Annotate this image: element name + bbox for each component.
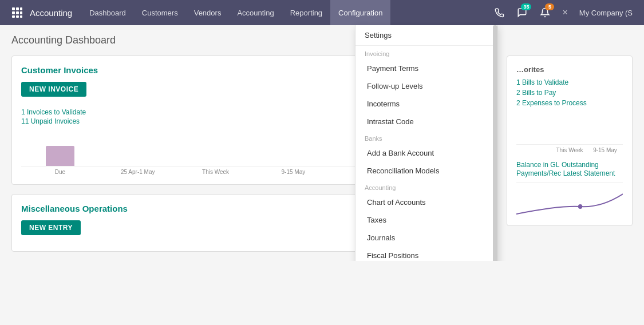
new-entry-button[interactable]: NEW ENTRY [21, 220, 81, 235]
main-layout: Customer Invoices NEW INVOICE 1 Invoices… [11, 56, 633, 252]
dropdown-add-bank-account[interactable]: Add a Bank Account [355, 144, 497, 162]
dropdown-fiscal-positions[interactable]: Fiscal Positions [355, 247, 497, 261]
right-label-915: 9-15 May [587, 147, 623, 153]
bills-to-validate-link[interactable]: 1 Bills to Validate [516, 78, 623, 86]
latest-statement-link[interactable]: Latest Statement [563, 169, 615, 177]
chart-col-due [21, 146, 99, 166]
right-chart-labels: This Week 9-15 May [516, 147, 623, 153]
svg-rect-2 [20, 7, 22, 10]
dropdown-incoterms[interactable]: Incoterms [355, 95, 497, 113]
label-915: 9-15 May [254, 169, 332, 175]
balance-gl-link[interactable]: Balance in GL [516, 161, 559, 169]
nav-accounting[interactable]: Accounting [229, 0, 282, 25]
label-thisweek: This Week [177, 169, 255, 175]
page-title: Accounting Dashboard [11, 34, 633, 46]
svg-rect-0 [12, 7, 15, 10]
phone-icon-btn[interactable] [489, 2, 509, 23]
scrollbar-thumb[interactable] [493, 25, 497, 261]
nav-dashboard[interactable]: Dashboard [81, 0, 134, 25]
dropdown-chart-of-accounts[interactable]: Chart of Accounts [355, 193, 497, 211]
svg-rect-1 [16, 7, 19, 10]
right-col: …orites 1 Bills to Validate 2 Bills to P… [507, 56, 633, 252]
company-name: My Company (S [575, 9, 637, 17]
svg-rect-6 [12, 15, 15, 18]
label-apr: 25 Apr-1 May [99, 169, 177, 175]
scrollbar-track [493, 25, 497, 261]
nav-right: 35 5 × My Company (S [489, 2, 637, 23]
chat-badge: 35 [521, 3, 531, 10]
label-due: Due [21, 169, 99, 175]
svg-rect-8 [20, 15, 22, 18]
dropdown-section-banks: Banks [355, 130, 497, 144]
nav-configuration[interactable]: Configuration [330, 0, 390, 25]
chat-icon-btn[interactable]: 35 [512, 2, 532, 23]
right-bottom-links: Balance in GL Outstanding Payments/Rec L… [516, 160, 623, 177]
dropdown-settings[interactable]: Settings [355, 25, 497, 46]
nav-customers[interactable]: Customers [134, 0, 186, 25]
svg-rect-3 [12, 11, 15, 14]
app-title: Accounting [27, 8, 81, 18]
right-chart-area: This Week 9-15 May [516, 116, 623, 153]
svg-rect-7 [16, 15, 19, 18]
nav-reporting[interactable]: Reporting [282, 0, 330, 25]
right-label-thisweek: This Week [552, 147, 587, 153]
chart-bar-due [46, 146, 74, 166]
bell-icon-btn[interactable]: 5 [535, 2, 555, 23]
page-content: Accounting Dashboard Customer Invoices N… [0, 25, 644, 261]
dropdown-section-accounting: Accounting [355, 180, 497, 193]
new-invoice-button[interactable]: NEW INVOICE [21, 82, 86, 97]
expenses-to-process-link[interactable]: 2 Expenses to Process [516, 99, 623, 107]
dropdown-section-invoicing: Invoicing [355, 46, 497, 60]
dropdown-journals[interactable]: Journals [355, 229, 497, 247]
right-panel-title: …orites [516, 65, 623, 74]
svg-point-9 [578, 204, 582, 209]
right-panel: …orites 1 Bills to Validate 2 Bills to P… [507, 56, 633, 226]
svg-rect-4 [16, 11, 19, 14]
dropdown-intrastat-code[interactable]: Intrastat Code [355, 113, 497, 130]
dropdown-payment-terms[interactable]: Payment Terms [355, 60, 497, 77]
nav-vendors[interactable]: Vendors [186, 0, 230, 25]
svg-rect-5 [20, 11, 22, 14]
dropdown-taxes[interactable]: Taxes [355, 211, 497, 229]
line-chart-area [516, 182, 623, 216]
bills-to-pay-link[interactable]: 2 Bills to Pay [516, 89, 623, 97]
dropdown-reconciliation-models[interactable]: Reconciliation Models [355, 162, 497, 180]
top-nav: Accounting Dashboard Customers Vendors A… [0, 0, 644, 25]
configuration-dropdown: Settings Invoicing Payment Terms Follow-… [355, 25, 498, 261]
dropdown-followup-levels[interactable]: Follow-up Levels [355, 77, 497, 95]
right-chart [516, 116, 623, 145]
right-panel-links: 1 Bills to Validate 2 Bills to Pay 2 Exp… [516, 78, 623, 107]
grid-menu-icon[interactable] [7, 0, 27, 25]
nav-items: Dashboard Customers Vendors Accounting R… [81, 0, 489, 25]
close-icon[interactable]: × [558, 7, 572, 18]
bell-badge: 5 [545, 3, 554, 10]
right-label-1 [516, 147, 552, 153]
